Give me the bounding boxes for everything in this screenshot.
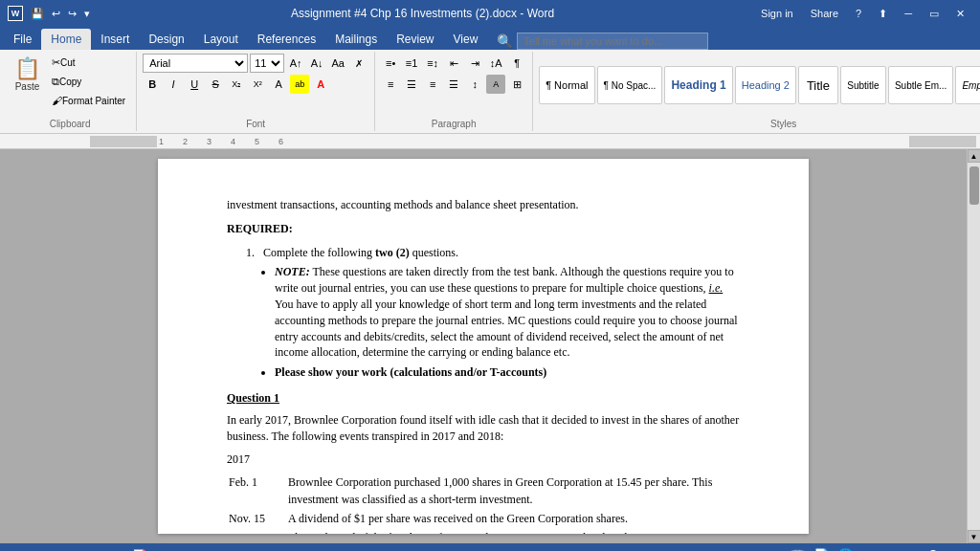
status-bar: Page 1 of 2 416 words 📝 English (United … bbox=[0, 543, 980, 551]
numbering-btn[interactable]: ≡1 bbox=[402, 54, 421, 73]
web-layout-btn[interactable]: 🌐 bbox=[837, 548, 854, 552]
read-mode-btn[interactable]: 📖 bbox=[790, 548, 806, 552]
decrease-indent-btn[interactable]: ⇤ bbox=[444, 54, 463, 73]
share-btn[interactable]: Share bbox=[803, 6, 846, 22]
shading-btn[interactable]: A bbox=[486, 75, 505, 94]
tab-design[interactable]: Design bbox=[139, 29, 193, 50]
save-quick-btn[interactable]: 💾 bbox=[29, 6, 46, 22]
align-right-btn[interactable]: ≡ bbox=[423, 75, 442, 94]
dec31-rest: is the end of the fiscal year for Brownl… bbox=[288, 531, 724, 534]
paste-button[interactable]: 📋 Paste bbox=[10, 54, 45, 95]
sort-btn[interactable]: ↕A bbox=[486, 54, 505, 73]
ribbon-content: 📋 Paste ✂ Cut ⧉ Copy 🖌 Format Painter bbox=[0, 50, 980, 134]
scroll-track bbox=[968, 163, 980, 530]
dec31-text: This is the end of the fiscal year for B… bbox=[288, 529, 738, 534]
more-quick-btn[interactable]: ▾ bbox=[82, 6, 92, 22]
font-label: Font bbox=[246, 119, 265, 129]
align-row: ≡ ☰ ≡ ☰ ↕ A ⊞ bbox=[381, 75, 526, 94]
bold-two: two (2) bbox=[375, 246, 410, 259]
justify-btn[interactable]: ☰ bbox=[444, 75, 463, 94]
text-effect-btn[interactable]: A bbox=[269, 75, 288, 94]
italic-button[interactable]: I bbox=[164, 75, 183, 94]
q1-intro: In early 2017, Brownlee Corporation foun… bbox=[227, 412, 740, 445]
sign-in-btn[interactable]: Sign in bbox=[753, 6, 801, 22]
subscript-button[interactable]: X₂ bbox=[227, 75, 246, 94]
font-group: Arial 11 A↑ A↓ Aa ✗ B I U S X₂ X² A ab A bbox=[137, 52, 375, 131]
scroll-up-btn[interactable]: ▲ bbox=[968, 149, 981, 163]
bullets-btn[interactable]: ≡• bbox=[381, 54, 400, 73]
font-color-btn[interactable]: A bbox=[311, 75, 330, 94]
tab-insert[interactable]: Insert bbox=[91, 29, 139, 50]
tab-view[interactable]: View bbox=[444, 29, 488, 50]
note-text-2: You have to apply all your knowledge of … bbox=[275, 298, 738, 359]
scroll-down-btn[interactable]: ▼ bbox=[968, 530, 981, 543]
document: investment transactions, accounting meth… bbox=[158, 159, 809, 534]
strikethrough-button[interactable]: S bbox=[206, 75, 225, 94]
font-controls: Arial 11 A↑ A↓ Aa ✗ B I U S X₂ X² A ab A bbox=[143, 54, 368, 117]
decrease-font-btn[interactable]: A↓ bbox=[307, 54, 326, 73]
ribbon-tabs: File Home Insert Design Layout Reference… bbox=[0, 27, 980, 50]
undo-quick-btn[interactable]: ↩ bbox=[50, 6, 62, 22]
style-emphasis-btn[interactable]: Emphasis bbox=[955, 66, 980, 104]
font-name-select[interactable]: Arial bbox=[143, 54, 248, 73]
style-heading2-btn[interactable]: Heading 2 bbox=[735, 66, 796, 104]
dec31-row: Dec. 31 This is the end of the fiscal ye… bbox=[229, 529, 738, 534]
clear-format-btn[interactable]: ✗ bbox=[349, 54, 368, 73]
tab-file[interactable]: File bbox=[4, 29, 41, 50]
multilevel-btn[interactable]: ≡↕ bbox=[423, 54, 442, 73]
align-left-btn[interactable]: ≡ bbox=[381, 75, 400, 94]
borders-btn[interactable]: ⊞ bbox=[507, 75, 526, 94]
help-btn[interactable]: ? bbox=[848, 6, 869, 22]
tab-home[interactable]: Home bbox=[41, 29, 91, 50]
format-painter-button[interactable]: 🖌 Format Painter bbox=[47, 92, 130, 109]
redo-quick-btn[interactable]: ↪ bbox=[66, 6, 78, 22]
tab-layout[interactable]: Layout bbox=[194, 29, 248, 50]
underline-button[interactable]: U bbox=[185, 75, 204, 94]
style-normal-btn[interactable]: ¶ Normal bbox=[539, 66, 594, 104]
cut-button[interactable]: ✂ Cut bbox=[47, 54, 130, 72]
close-btn[interactable]: ✕ bbox=[948, 6, 972, 22]
bold-button[interactable]: B bbox=[143, 75, 162, 94]
font-size-select[interactable]: 11 bbox=[250, 54, 284, 73]
year-2017: 2017 bbox=[227, 452, 740, 468]
increase-font-btn[interactable]: A↑ bbox=[286, 54, 305, 73]
align-center-btn[interactable]: ☰ bbox=[402, 75, 421, 94]
increase-indent-btn[interactable]: ⇥ bbox=[465, 54, 484, 73]
style-heading1-btn[interactable]: Heading 1 bbox=[664, 66, 732, 104]
tab-references[interactable]: References bbox=[248, 29, 325, 50]
show-work-text: Please show your work (calculations and/… bbox=[275, 365, 546, 379]
tab-review[interactable]: Review bbox=[387, 29, 443, 50]
superscript-button[interactable]: X² bbox=[248, 75, 267, 94]
format-painter-icon: 🖌 bbox=[52, 95, 62, 106]
note-text: These questions are taken directly from … bbox=[275, 265, 734, 295]
font-case-btn[interactable]: Aa bbox=[328, 54, 347, 73]
clipboard-group: 📋 Paste ✂ Cut ⧉ Copy 🖌 Format Painter bbox=[4, 52, 137, 131]
nov15-text: A dividend of $1 per share was received … bbox=[288, 510, 738, 527]
style-subtitle-btn[interactable]: Subtitle bbox=[840, 66, 886, 104]
nov15-row: Nov. 15 A dividend of $1 per share was r… bbox=[229, 510, 738, 527]
quick-access-toolbar: 💾 ↩ ↪ ▾ bbox=[29, 6, 92, 22]
style-subtle-em-btn[interactable]: Subtle Em... bbox=[888, 66, 953, 104]
show-marks-btn[interactable]: ¶ bbox=[507, 54, 526, 73]
question1-heading: Question 1 bbox=[227, 390, 740, 407]
window-controls: Sign in Share ? ⬆ ─ ▭ ✕ bbox=[753, 6, 972, 22]
print-layout-btn[interactable]: 📄 bbox=[813, 548, 830, 552]
copy-button[interactable]: ⧉ Copy bbox=[47, 73, 130, 91]
highlight-btn[interactable]: ab bbox=[290, 75, 309, 94]
style-no-spacing-btn[interactable]: ¶ No Spac... bbox=[597, 66, 663, 104]
cut-icon: ✂ bbox=[52, 56, 60, 69]
title-bar: W 💾 ↩ ↪ ▾ Assignment #4 Chp 16 Investmen… bbox=[0, 0, 980, 27]
tab-mailings[interactable]: Mailings bbox=[325, 29, 387, 50]
vertical-scrollbar: ▲ ▼ bbox=[967, 149, 980, 543]
line-spacing-btn[interactable]: ↕ bbox=[465, 75, 484, 94]
minimize-btn[interactable]: ─ bbox=[897, 6, 920, 22]
style-title-btn[interactable]: Title bbox=[798, 66, 838, 104]
scroll-thumb[interactable] bbox=[969, 166, 979, 205]
maximize-btn[interactable]: ▭ bbox=[922, 6, 947, 22]
font-name-row: Arial 11 A↑ A↓ Aa ✗ bbox=[143, 54, 368, 73]
copy-icon: ⧉ bbox=[52, 76, 59, 88]
window-title: Assignment #4 Chp 16 Investments (2).doc… bbox=[92, 7, 753, 20]
ribbon-toggle-btn[interactable]: ⬆ bbox=[871, 6, 895, 22]
ruler: 123456 bbox=[0, 134, 980, 149]
tell-me-input[interactable] bbox=[517, 33, 708, 50]
